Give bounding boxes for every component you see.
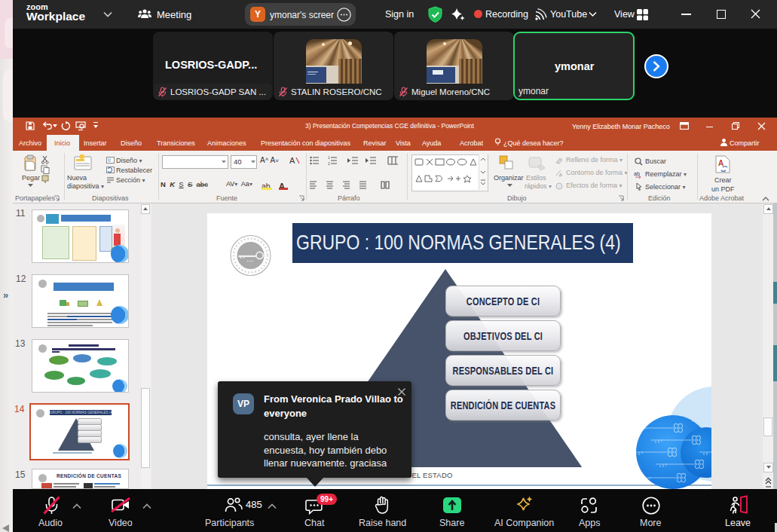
svg-text:A: A — [718, 159, 723, 167]
svg-text:1: 1 — [328, 156, 330, 160]
svg-text:2: 2 — [328, 161, 330, 165]
svg-text:A: A — [289, 156, 295, 165]
